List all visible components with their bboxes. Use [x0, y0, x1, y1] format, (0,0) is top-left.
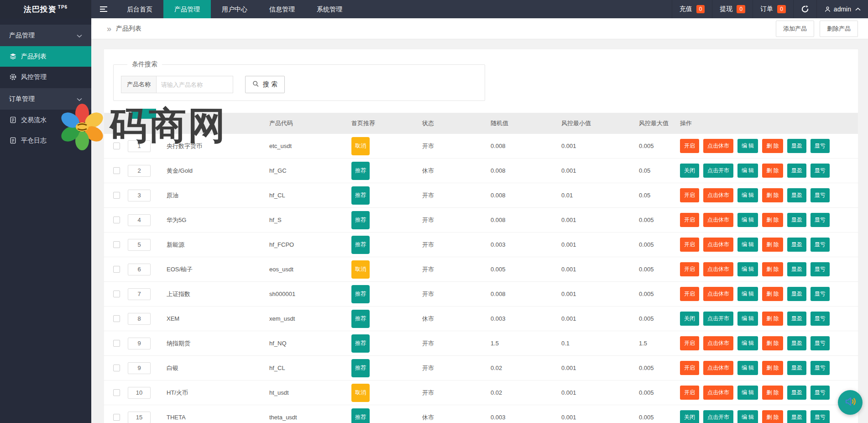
- add-product-button[interactable]: 添加产品: [776, 21, 814, 37]
- edit-button[interactable]: 编 辑: [737, 410, 758, 423]
- row-checkbox[interactable]: [113, 365, 120, 371]
- recommend-badge[interactable]: 取消: [351, 137, 370, 155]
- order-stat[interactable]: 订单 0: [753, 0, 793, 18]
- market-toggle-button[interactable]: 点击休市: [703, 262, 733, 276]
- delete-button[interactable]: 删 除: [762, 287, 783, 301]
- sidebar-group-products[interactable]: 产品管理: [0, 25, 91, 46]
- recommend-badge[interactable]: 推荐: [351, 359, 370, 377]
- show-profit-button[interactable]: 显盈: [787, 139, 806, 153]
- toggle-open-close-button[interactable]: 关闭: [680, 410, 699, 423]
- show-loss-button[interactable]: 显亏: [810, 361, 830, 375]
- market-toggle-button[interactable]: 点击休市: [703, 336, 733, 350]
- sort-input[interactable]: [128, 165, 151, 177]
- sort-input[interactable]: [128, 140, 151, 152]
- recommend-badge[interactable]: 取消: [351, 260, 370, 279]
- edit-button[interactable]: 编 辑: [737, 287, 758, 301]
- toggle-open-close-button[interactable]: 开启: [680, 238, 699, 252]
- recommend-badge[interactable]: 取消: [351, 384, 370, 402]
- recommend-badge[interactable]: 推荐: [351, 236, 370, 254]
- show-profit-button[interactable]: 显盈: [787, 312, 806, 326]
- nav-item-users[interactable]: 用户中心: [211, 0, 258, 18]
- edit-button[interactable]: 编 辑: [737, 213, 758, 227]
- sidebar-item-risk-control[interactable]: 风控管理: [0, 67, 91, 87]
- market-toggle-button[interactable]: 点击开市: [703, 164, 733, 178]
- show-profit-button[interactable]: 显盈: [787, 238, 806, 252]
- edit-button[interactable]: 编 辑: [737, 238, 758, 252]
- delete-button[interactable]: 删 除: [762, 386, 783, 400]
- show-loss-button[interactable]: 显亏: [810, 139, 830, 153]
- show-loss-button[interactable]: 显亏: [810, 386, 830, 400]
- sort-input[interactable]: [128, 288, 151, 300]
- row-checkbox[interactable]: [113, 315, 120, 322]
- refresh-icon[interactable]: [793, 0, 816, 18]
- toggle-open-close-button[interactable]: 开启: [680, 188, 699, 202]
- hamburger-menu-icon[interactable]: [91, 0, 116, 18]
- delete-button[interactable]: 删 除: [762, 410, 783, 423]
- sidebar-group-orders[interactable]: 订单管理: [0, 88, 91, 110]
- sort-input[interactable]: [128, 362, 151, 374]
- recommend-badge[interactable]: 推荐: [351, 334, 370, 353]
- sort-input[interactable]: [128, 264, 151, 275]
- row-checkbox[interactable]: [113, 389, 120, 396]
- toggle-open-close-button[interactable]: 开启: [680, 213, 699, 227]
- sort-input[interactable]: [128, 190, 151, 201]
- delete-button[interactable]: 删 除: [762, 164, 783, 178]
- show-profit-button[interactable]: 显盈: [787, 262, 806, 276]
- market-toggle-button[interactable]: 点击开市: [703, 410, 733, 423]
- audio-fab-button[interactable]: [838, 390, 863, 415]
- sort-input[interactable]: [128, 387, 151, 399]
- market-toggle-button[interactable]: 点击休市: [703, 361, 733, 375]
- withdraw-stat[interactable]: 提现 0: [712, 0, 753, 18]
- row-checkbox[interactable]: [113, 217, 120, 223]
- show-profit-button[interactable]: 显盈: [787, 410, 806, 423]
- recommend-badge[interactable]: 推荐: [351, 162, 370, 180]
- show-loss-button[interactable]: 显亏: [810, 336, 830, 350]
- show-loss-button[interactable]: 显亏: [810, 188, 830, 202]
- sort-input[interactable]: [128, 214, 151, 226]
- edit-button[interactable]: 编 辑: [737, 188, 758, 202]
- toggle-open-close-button[interactable]: 关闭: [680, 312, 699, 326]
- search-button[interactable]: 搜 索: [245, 76, 285, 93]
- nav-item-products[interactable]: 产品管理: [163, 0, 211, 18]
- toggle-open-close-button[interactable]: 开启: [680, 262, 699, 276]
- show-profit-button[interactable]: 显盈: [787, 164, 806, 178]
- market-toggle-button[interactable]: 点击休市: [703, 238, 733, 252]
- recharge-stat[interactable]: 充值 0: [672, 0, 712, 18]
- delete-button[interactable]: 删 除: [762, 238, 783, 252]
- delete-product-button[interactable]: 删除产品: [820, 21, 858, 37]
- show-profit-button[interactable]: 显盈: [787, 336, 806, 350]
- row-checkbox[interactable]: [113, 291, 120, 297]
- sort-input[interactable]: [128, 313, 151, 325]
- delete-button[interactable]: 删 除: [762, 312, 783, 326]
- toggle-open-close-button[interactable]: 开启: [680, 361, 699, 375]
- show-loss-button[interactable]: 显亏: [810, 213, 830, 227]
- edit-button[interactable]: 编 辑: [737, 262, 758, 276]
- recommend-badge[interactable]: 推荐: [351, 408, 370, 423]
- sidebar-item-product-list[interactable]: 产品列表: [0, 46, 91, 67]
- delete-button[interactable]: 删 除: [762, 188, 783, 202]
- recommend-badge[interactable]: 推荐: [351, 211, 370, 229]
- row-checkbox[interactable]: [113, 143, 120, 149]
- recommend-badge[interactable]: 推荐: [351, 310, 370, 328]
- sort-input[interactable]: [128, 412, 151, 423]
- edit-button[interactable]: 编 辑: [737, 336, 758, 350]
- row-checkbox[interactable]: [113, 266, 120, 273]
- row-checkbox[interactable]: [113, 241, 120, 248]
- show-loss-button[interactable]: 显亏: [810, 262, 830, 276]
- sidebar-item-close-log[interactable]: 平仓日志: [0, 130, 91, 151]
- edit-button[interactable]: 编 辑: [737, 164, 758, 178]
- show-profit-button[interactable]: 显盈: [787, 213, 806, 227]
- market-toggle-button[interactable]: 点击休市: [703, 213, 733, 227]
- show-profit-button[interactable]: 显盈: [787, 361, 806, 375]
- recommend-badge[interactable]: 推荐: [351, 285, 370, 303]
- delete-button[interactable]: 删 除: [762, 139, 783, 153]
- row-checkbox[interactable]: [113, 340, 120, 347]
- show-profit-button[interactable]: 显盈: [787, 188, 806, 202]
- product-name-input[interactable]: [157, 76, 233, 93]
- toggle-open-close-button[interactable]: 开启: [680, 386, 699, 400]
- toggle-open-close-button[interactable]: 关闭: [680, 164, 699, 178]
- row-checkbox[interactable]: [113, 167, 120, 174]
- recommend-badge[interactable]: 推荐: [351, 186, 370, 205]
- sort-input[interactable]: [128, 338, 151, 349]
- delete-button[interactable]: 删 除: [762, 361, 783, 375]
